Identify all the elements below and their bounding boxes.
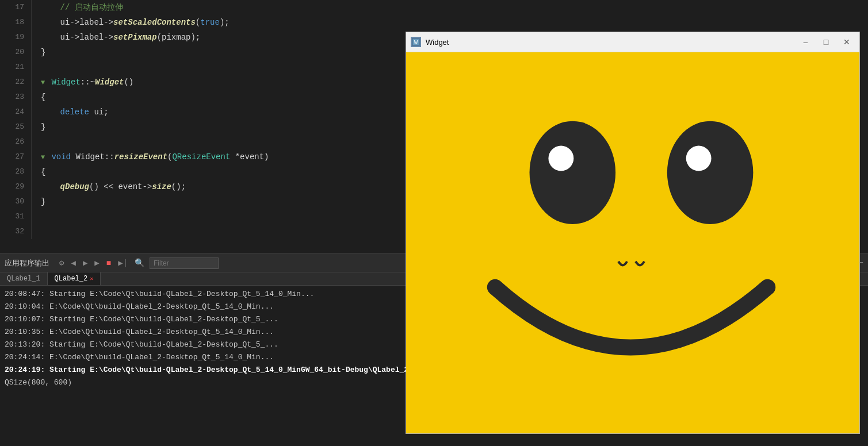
line-content: ui->label->setPixmap(pixmap);: [32, 30, 200, 45]
line-number: 18: [0, 15, 32, 30]
code-line: 22▼ Widget::~Widget(): [0, 75, 403, 90]
toolbar-icon-stop[interactable]: ■: [105, 257, 113, 269]
code-line: 21: [0, 60, 403, 75]
line-number: 20: [0, 45, 32, 60]
svg-point-5: [667, 121, 754, 224]
code-line: 23{: [0, 90, 403, 105]
line-number: 19: [0, 30, 32, 45]
line-number: 23: [0, 90, 32, 105]
qt-window-title: Widget: [426, 38, 797, 47]
line-content: }: [32, 120, 45, 134]
line-content: qDebug() << event->size();: [32, 179, 186, 194]
tab-label: QLabel_2: [55, 275, 88, 283]
line-content: ▼ void Widget::resizeEvent(QResizeEvent …: [32, 149, 269, 165]
code-line: 18 ui->label->setScaledContents(true);: [0, 15, 403, 30]
svg-point-6: [686, 146, 712, 171]
code-line: 17 // 启动自动拉伸: [0, 0, 403, 15]
minimize-button[interactable]: ‒: [797, 36, 813, 48]
code-line: 31: [0, 209, 403, 224]
line-content: ▼ Widget::~Widget(): [32, 75, 133, 90]
code-line: 29 qDebug() << event->size();: [0, 179, 403, 194]
toolbar-icon-run[interactable]: ▶: [93, 257, 101, 269]
line-number: 22: [0, 75, 32, 90]
output-tab[interactable]: QLabel_2✕: [48, 272, 101, 285]
toolbar-icon-settings[interactable]: ⚙: [58, 257, 66, 269]
line-number: 21: [0, 60, 32, 75]
code-line: 26: [0, 134, 403, 149]
line-content: }: [32, 45, 45, 60]
close-button[interactable]: ✕: [839, 36, 855, 48]
svg-point-4: [548, 146, 573, 171]
line-content: }: [32, 194, 45, 209]
line-content: ui->label->setScaledContents(true);: [32, 15, 230, 30]
tab-label: QLabel_1: [7, 275, 40, 283]
main-content: 17 // 启动自动拉伸18 ui->label->setScaledConte…: [0, 0, 868, 253]
code-editor: 17 // 启动自动拉伸18 ui->label->setScaledConte…: [0, 0, 403, 247]
code-line: 24 delete ui;: [0, 105, 403, 120]
tab-close-button[interactable]: ✕: [90, 275, 93, 282]
qt-window-icon: W: [411, 37, 421, 47]
code-line: 20}: [0, 45, 403, 60]
qt-window-controls: ‒ □ ✕: [797, 36, 855, 48]
line-content: {: [32, 164, 45, 179]
svg-point-3: [530, 121, 616, 224]
line-content: {: [32, 90, 45, 105]
svg-rect-2: [406, 52, 859, 433]
line-number: 26: [0, 134, 32, 149]
line-number: 31: [0, 209, 32, 224]
line-number: 32: [0, 224, 32, 239]
code-line: 28{: [0, 164, 403, 179]
output-tab[interactable]: QLabel_1: [0, 272, 48, 285]
output-title: 应用程序输出: [5, 258, 49, 268]
qt-window: W Widget ‒ □ ✕: [406, 32, 860, 434]
toolbar-icon-nav[interactable]: ▶|: [116, 257, 129, 269]
line-number: 28: [0, 164, 32, 179]
line-content: // 启动自动拉伸: [32, 0, 123, 15]
smiley-face: [406, 52, 859, 433]
code-line: 32: [0, 224, 403, 239]
toolbar-icon-prev[interactable]: ◀: [69, 257, 77, 269]
line-number: 27: [0, 149, 32, 164]
line-number: 17: [0, 0, 32, 15]
code-line: 27▼ void Widget::resizeEvent(QResizeEven…: [0, 149, 403, 164]
code-line: 19 ui->label->setPixmap(pixmap);: [0, 30, 403, 45]
line-number: 24: [0, 105, 32, 120]
toolbar-icon-next[interactable]: ▶: [81, 257, 89, 269]
code-line: 25}: [0, 120, 403, 134]
svg-text:W: W: [414, 40, 418, 46]
qt-titlebar: W Widget ‒ □ ✕: [406, 32, 859, 52]
line-content: delete ui;: [32, 105, 109, 120]
qt-window-content: [406, 52, 859, 433]
toolbar-icon-search[interactable]: 🔍: [133, 257, 146, 269]
maximize-button[interactable]: □: [818, 36, 834, 48]
code-line: 30}: [0, 194, 403, 209]
filter-input[interactable]: [150, 257, 219, 269]
line-number: 29: [0, 179, 32, 194]
line-number: 25: [0, 120, 32, 134]
line-number: 30: [0, 194, 32, 209]
code-lines: 17 // 启动自动拉伸18 ui->label->setScaledConte…: [0, 0, 403, 239]
